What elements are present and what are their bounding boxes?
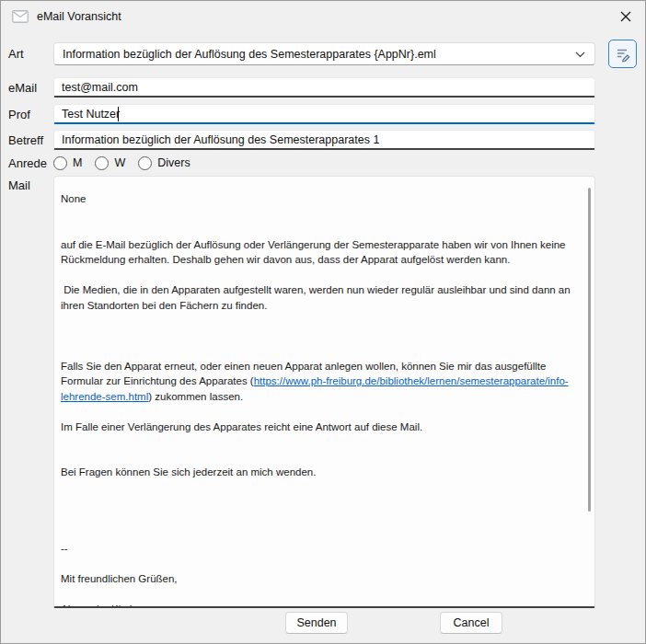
email-label: eMail — [8, 81, 53, 95]
cancel-button[interactable]: Cancel — [440, 612, 502, 634]
anrede-radio-w[interactable] — [95, 156, 109, 170]
prof-input[interactable] — [53, 104, 595, 124]
vertical-scrollbar-thumb[interactable] — [588, 188, 591, 512]
text-caret — [118, 107, 119, 121]
edit-list-icon — [615, 46, 631, 63]
anrede-radio-m-label: M — [73, 156, 82, 169]
art-label: Art — [8, 47, 53, 61]
email-row: eMail — [8, 77, 645, 98]
chevron-down-icon — [575, 52, 585, 58]
anrede-radio-w-label: W — [114, 156, 125, 169]
betreff-input[interactable] — [53, 130, 595, 150]
close-button[interactable] — [612, 5, 640, 29]
betreff-row: Betreff — [8, 130, 645, 150]
email-preview-dialog: eMail Voransicht Art Information bezügli… — [0, 0, 646, 644]
send-button[interactable]: Senden — [285, 612, 348, 634]
prof-row: Prof — [8, 104, 645, 124]
mail-row: Mail None auf die E-Mail bezüglich der A… — [8, 176, 645, 608]
anrede-radio-divers-label: Divers — [157, 156, 190, 169]
mail-label: Mail — [8, 176, 53, 192]
title-bar: eMail Voransicht — [1, 1, 645, 32]
art-combobox-value: Information bezüglich der Auflösung des … — [63, 48, 436, 61]
mail-body-text: None auf die E-Mail bezüglich der Auflös… — [61, 191, 580, 603]
art-row: Art Information bezüglich der Auflösung … — [8, 42, 645, 65]
anrede-radio-divers[interactable] — [138, 156, 152, 170]
footer: Senden Cancel — [1, 612, 645, 634]
prof-label: Prof — [8, 108, 53, 121]
anrede-label: Anrede — [8, 156, 53, 170]
art-template-combobox[interactable]: Information bezüglich der Auflösung des … — [53, 42, 595, 65]
edit-template-button[interactable] — [608, 40, 637, 68]
mail-body-link[interactable]: https://www.ph-freiburg.de/bibliothek/le… — [61, 375, 569, 402]
email-input[interactable] — [53, 77, 595, 98]
anrede-radio-group: M W Divers — [53, 156, 203, 170]
envelope-icon — [12, 10, 29, 23]
mail-body-textbox[interactable]: None auf die E-Mail bezüglich der Auflös… — [53, 176, 595, 608]
betreff-label: Betreff — [8, 133, 53, 147]
anrede-row: Anrede M W Divers — [8, 155, 645, 170]
close-icon — [620, 11, 631, 22]
window-title: eMail Voransicht — [37, 10, 612, 23]
anrede-radio-m[interactable] — [53, 156, 67, 170]
